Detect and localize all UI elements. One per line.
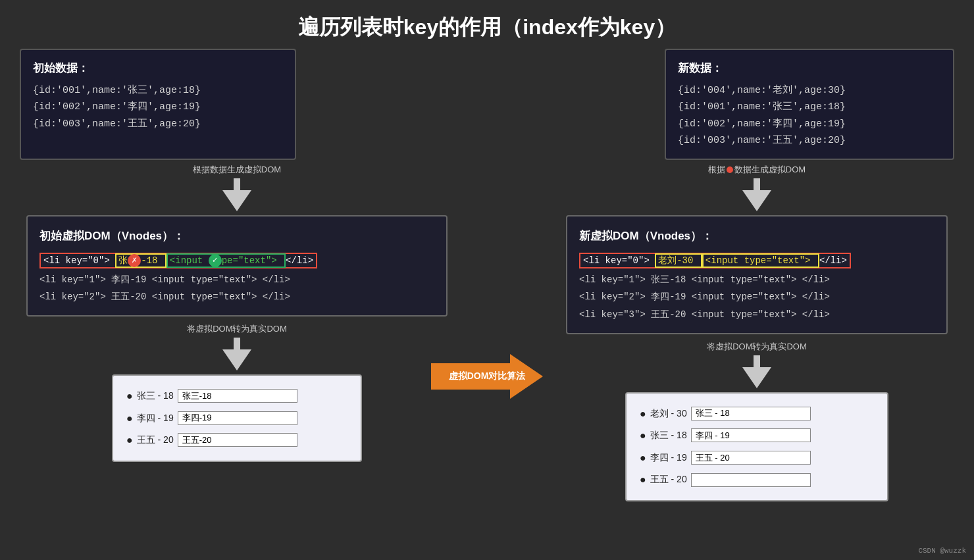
left-vnode-title: 初始虚拟DOM（Vnodes）： <box>39 226 434 247</box>
right-real-input-3[interactable] <box>691 473 811 487</box>
left-real-item-1: ● 李四 - 19 <box>126 407 347 430</box>
right-real-input-0[interactable] <box>691 407 811 420</box>
left-arrow1-label: 根据数据生成虚拟DOM <box>193 164 281 176</box>
left-real-dom-box: ● 张三 - 18 ● 李四 - 19 ● 王五 - 20 <box>112 374 362 462</box>
left-vnode-row-1: <li key="1"> 李四-19 <input type="text"> <… <box>39 271 434 289</box>
right-vnode-title: 新虚拟DOM（Vnodes）： <box>579 226 935 247</box>
right-real-item-1: ● 张三 - 18 <box>640 424 874 447</box>
right-vnode-row-0: <li key="0"> 老刘-30 <input type="text"> <… <box>579 252 935 270</box>
page-title: 遍历列表时key的作用（index作为key） <box>0 0 974 49</box>
right-arrow1: 根据数据生成虚拟DOM <box>708 164 806 211</box>
right-real-dom-box: ● 老刘 - 30 ● 张三 - 18 ● 李四 - 19 ● 王五 - 20 <box>625 392 888 501</box>
left-arrow2-label: 将虚拟DOM转为真实DOM <box>187 323 287 335</box>
right-data-title: 新数据： <box>678 59 941 78</box>
left-vnode-row-2: <li key="2"> 王五-20 <input type="text"> <… <box>39 288 434 306</box>
left-data-line-1: {id:'001',name:'张三',age:18} <box>33 82 283 99</box>
left-data-line-2: {id:'002',name:'李四',age:19} <box>33 99 283 116</box>
left-real-input-1[interactable] <box>178 411 297 425</box>
right-real-item-3: ● 王五 - 20 <box>640 469 874 491</box>
right-data-line-4: {id:'003',name:'王五',age:20} <box>678 132 941 149</box>
right-vnode-row-2: <li key="2"> 李四-19 <input type="text"> <… <box>579 288 935 306</box>
right-real-input-1[interactable] <box>691 428 811 442</box>
left-data-title: 初始数据： <box>33 59 283 78</box>
left-vnode-row-0: <li key="0"> 张✗-18 <input ✓pe="text"> </… <box>39 252 434 270</box>
left-real-item-0: ● 张三 - 18 <box>126 385 347 407</box>
right-arrow2-label: 将虚拟DOM转为真实DOM <box>707 341 807 353</box>
right-data-box: 新数据： {id:'004',name:'老刘',age:30} {id:'00… <box>665 49 954 160</box>
right-arrow2: 将虚拟DOM转为真实DOM <box>707 341 807 388</box>
left-data-line-3: {id:'003',name:'王五',age:20} <box>33 116 283 133</box>
left-real-item-2: ● 王五 - 20 <box>126 429 347 451</box>
right-data-line-2: {id:'001',name:'张三',age:18} <box>678 99 941 116</box>
left-real-input-2[interactable] <box>178 433 297 447</box>
watermark: CSDN @wuzzk <box>918 547 966 555</box>
compare-arrow-label: 虚拟DOM对比算法 <box>449 370 526 382</box>
left-real-input-0[interactable] <box>178 389 297 403</box>
left-arrow1: 根据数据生成虚拟DOM <box>193 164 281 211</box>
right-vnode-row-3: <li key="3"> 王五-20 <input type="text"> <… <box>579 306 935 324</box>
left-arrow2: 将虚拟DOM转为真实DOM <box>187 323 287 370</box>
compare-arrow-shape: 虚拟DOM对比算法 <box>431 354 543 399</box>
right-real-input-2[interactable] <box>691 451 811 465</box>
compare-section: 虚拟DOM对比算法 <box>431 354 543 399</box>
right-vnode-box: 新虚拟DOM（Vnodes）： <li key="0"> 老刘-30 <inpu… <box>566 215 948 334</box>
left-data-box: 初始数据： {id:'001',name:'张三',age:18} {id:'0… <box>20 49 296 160</box>
right-arrow1-label: 根据数据生成虚拟DOM <box>708 164 806 176</box>
red-dot-icon <box>727 166 733 173</box>
left-vnode-box: 初始虚拟DOM（Vnodes）： <li key="0"> 张✗-18 <inp… <box>26 215 448 317</box>
right-data-line-3: {id:'002',name:'李四',age:19} <box>678 116 941 133</box>
right-data-line-1: {id:'004',name:'老刘',age:30} <box>678 82 941 99</box>
right-vnode-row-1: <li key="1"> 张三-18 <input type="text"> <… <box>579 271 935 289</box>
right-real-item-0: ● 老刘 - 30 <box>640 403 874 425</box>
right-real-item-2: ● 李四 - 19 <box>640 447 874 469</box>
